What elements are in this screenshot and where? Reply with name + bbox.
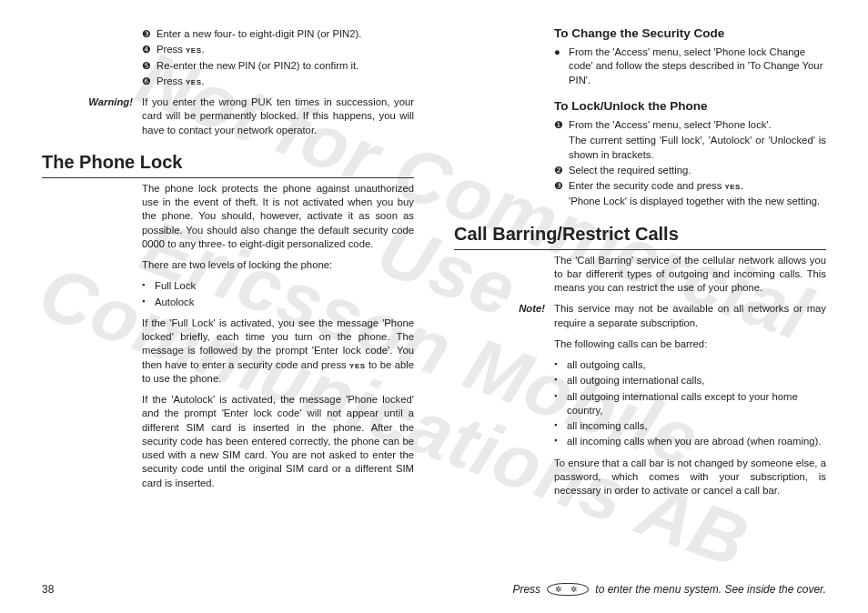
note-block: Note! This service may not be available …	[554, 302, 826, 330]
warning-text: If you enter the wrong PUK ten times in …	[142, 96, 414, 136]
step-marker: ❸	[554, 179, 563, 193]
call-barring-p2: The following calls can be barred:	[554, 337, 826, 351]
step-text: From the 'Access' menu, select 'Phone lo…	[569, 119, 772, 130]
nav-key-icon: ✲ ✲	[547, 583, 589, 596]
page-number: 38	[42, 582, 54, 597]
step-marker: ❹	[142, 43, 151, 56]
step-marker: ❻	[142, 75, 151, 88]
step-marker: ❷	[554, 164, 563, 177]
step-item: ●From the 'Access' menu, select 'Phone l…	[554, 45, 826, 87]
warning-label: Warning!	[42, 95, 133, 109]
lock-unlock-steps: ❶From the 'Access' menu, select 'Phone l…	[554, 118, 826, 209]
step-text: Enter a new four- to eight-digit PIN (or…	[156, 28, 361, 39]
step-marker: ❸	[142, 27, 151, 41]
warning-block: Warning! If you enter the wrong PUK ten …	[142, 95, 414, 137]
note-text: This service may not be available on all…	[554, 303, 826, 327]
heading-phone-lock: The Phone Lock	[42, 150, 414, 178]
step-text: Enter the security code and press yes.	[569, 180, 743, 191]
list-item: all outgoing international calls except …	[554, 390, 826, 418]
list-item: all incoming calls,	[554, 419, 826, 433]
heading-change-security-code: To Change the Security Code	[554, 25, 826, 42]
phone-lock-p1: The phone lock protects the phone agains…	[142, 182, 414, 251]
step-subtext: The current setting 'Full lock', 'Autolo…	[569, 134, 826, 162]
list-item: all outgoing international calls,	[554, 374, 826, 387]
footer-hint: Press ✲ ✲ to enter the menu system. See …	[512, 582, 826, 597]
pin-steps-continued: ❸Enter a new four- to eight-digit PIN (o…	[142, 27, 414, 88]
page-footer: 38 Press ✲ ✲ to enter the menu system. S…	[42, 582, 826, 597]
step-item: ❹Press yes.	[142, 43, 414, 56]
step-text: From the 'Access' menu, select 'Phone lo…	[569, 46, 823, 85]
phone-lock-p4: If the 'Autolock' is activated, the mess…	[142, 393, 414, 490]
step-subtext: 'Phone Lock' is displayed together with …	[569, 195, 826, 208]
step-item: ❸Enter the security code and press yes.'…	[554, 179, 826, 209]
step-item: ❷Select the required setting.	[554, 164, 826, 177]
phone-lock-p3: If the 'Full Lock' is activated, you see…	[142, 317, 414, 386]
step-marker: ●	[554, 45, 560, 59]
step-text: Select the required setting.	[569, 165, 691, 176]
step-marker: ❺	[142, 59, 151, 73]
step-text: Press yes.	[156, 44, 205, 55]
step-item: ❸Enter a new four- to eight-digit PIN (o…	[142, 27, 414, 41]
list-item: Full Lock	[142, 279, 414, 293]
step-marker: ❶	[554, 118, 563, 132]
step-item: ❶From the 'Access' menu, select 'Phone l…	[554, 118, 826, 162]
call-barring-p1: The 'Call Barring' service of the cellul…	[554, 254, 826, 296]
heading-call-barring: Call Barring/Restrict Calls	[454, 222, 826, 250]
list-item: all outgoing calls,	[554, 358, 826, 372]
lock-levels-list: Full LockAutolock	[142, 279, 414, 309]
note-label: Note!	[454, 302, 545, 316]
heading-lock-unlock: To Lock/Unlock the Phone	[554, 98, 826, 115]
page-content: ❸Enter a new four- to eight-digit PIN (o…	[0, 0, 868, 546]
barred-calls-list: all outgoing calls,all outgoing internat…	[554, 358, 826, 449]
list-item: Autolock	[142, 296, 414, 309]
step-text: Press yes.	[156, 75, 205, 86]
list-item: all incoming calls when you are abroad (…	[554, 435, 826, 448]
call-barring-p3: To ensure that a call bar is not changed…	[554, 457, 826, 498]
step-text: Re-enter the new PIN (or PIN2) to confir…	[156, 60, 358, 71]
security-code-steps: ●From the 'Access' menu, select 'Phone l…	[554, 45, 826, 87]
step-item: ❻Press yes.	[142, 75, 414, 88]
phone-lock-p2: There are two levels of locking the phon…	[142, 258, 414, 272]
step-item: ❺Re-enter the new PIN (or PIN2) to confi…	[142, 59, 414, 73]
